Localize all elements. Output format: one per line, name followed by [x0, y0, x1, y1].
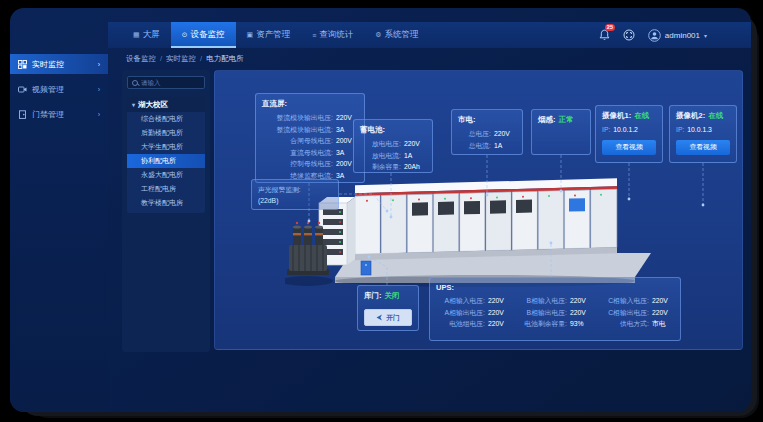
system-icon: ⚙	[375, 31, 381, 39]
metric-value: 20Ah	[404, 161, 426, 173]
metric-value: 220V	[652, 295, 674, 307]
notification-badge: 25	[605, 24, 615, 31]
metric-value: 220V	[570, 307, 592, 319]
username: admin001	[665, 31, 700, 40]
metric-label: B相输入电压:	[527, 295, 567, 307]
metric-label: C相输出电压:	[608, 307, 649, 319]
query-icon: ≡	[312, 32, 316, 39]
tree-item[interactable]: 大学生配电所	[127, 140, 205, 154]
ip-value: 10.0.1.3	[687, 124, 712, 136]
battery-card: 蓄电池: 放电电压:220V 放电电流:1A 剩余容量:20Ah	[353, 119, 433, 173]
card-title: 烟感:	[538, 115, 556, 125]
card-title: 库门:	[364, 291, 382, 301]
chevron-down-icon: ▾	[704, 32, 707, 39]
metric-value: 1A	[404, 150, 426, 162]
tree-item[interactable]: 永盛大配电所	[127, 168, 205, 182]
asset-icon: ▣	[247, 31, 254, 39]
metric-label: C相输入电压:	[608, 295, 649, 307]
tree-root-label: 湖大校区	[138, 100, 168, 110]
chevron-right-icon: ›	[98, 111, 100, 118]
tab-query-statistics[interactable]: ≡ 查询统计	[301, 22, 364, 48]
metric-value: 220V	[488, 318, 510, 330]
metric-label: 合闸母线电压:	[290, 135, 333, 147]
ups-metrics-grid: A相输入电压:220V B相输入电压:220V C相输入电压:220V A相输出…	[436, 295, 674, 330]
top-navbar: ▦ 大屏 ⊙ 设备监控 ▣ 资产管理 ≡ 查询统计 ⚙ 系统管理	[108, 22, 751, 48]
sidebar-item-label: 实时监控	[32, 59, 64, 70]
metric-value: 220V	[570, 295, 592, 307]
door-icon	[18, 110, 27, 119]
ip-label: IP:	[676, 124, 684, 136]
view-video-button[interactable]: 查看视频	[676, 140, 730, 155]
notifications-button[interactable]: 25	[599, 29, 610, 41]
chevron-right-icon: ›	[98, 86, 100, 93]
tree-root-campus[interactable]: ▾ 湖大校区	[127, 97, 205, 112]
nav-tabs: ▦ 大屏 ⊙ 设备监控 ▣ 资产管理 ≡ 查询统计 ⚙ 系统管理	[122, 22, 430, 48]
tab-device-monitor[interactable]: ⊙ 设备监控	[171, 22, 236, 48]
caret-down-icon: ▾	[132, 101, 135, 108]
tab-label: 大屏	[143, 29, 160, 41]
dashboard-icon: ▦	[133, 31, 140, 39]
breadcrumb-separator: /	[200, 54, 202, 64]
metric-label: 供电方式:	[620, 318, 649, 330]
tree-item[interactable]: 工程配电房	[127, 182, 205, 196]
camera2-card: 摄像机2: 在线 IP:10.0.1.3 查看视频	[669, 105, 737, 163]
open-door-icon	[376, 314, 383, 321]
left-sidebar: 实时监控 › 视频管理 › 门禁管理 ›	[10, 48, 108, 412]
avatar	[648, 29, 661, 42]
tree-item-selected[interactable]: 协利配电所	[127, 154, 205, 168]
ups-card: UPS: A相输入电压:220V B相输入电压:220V C相输入电压:220V…	[429, 277, 681, 341]
metric-label: 放电电压:	[372, 138, 401, 150]
user-menu[interactable]: admin001 ▾	[648, 29, 707, 42]
status-badge: 正常	[559, 115, 574, 125]
metric-label: 整流模块输出电压:	[277, 112, 333, 124]
search-icon	[132, 80, 138, 86]
realtime-monitor-icon	[18, 60, 27, 69]
card-title: 市电:	[458, 115, 516, 125]
metric-label: 电池剩余容量:	[524, 318, 567, 330]
fullscreen-icon[interactable]	[623, 29, 635, 41]
monitor-icon: ⊙	[182, 31, 188, 39]
screenshot-stage: ▦ 大屏 ⊙ 设备监控 ▣ 资产管理 ≡ 查询统计 ⚙ 系统管理	[0, 0, 763, 422]
metric-value: 220V	[488, 295, 510, 307]
metric-label: 整流模块输出电流:	[277, 124, 333, 136]
tab-label: 资产管理	[256, 29, 290, 41]
tree-item[interactable]: 后勤楼配电所	[127, 126, 205, 140]
card-title: 摄像机1:	[602, 111, 631, 121]
open-door-label: 开门	[386, 313, 400, 323]
tab-label: 设备监控	[191, 29, 225, 41]
tab-label: 查询统计	[319, 29, 353, 41]
tab-system-management[interactable]: ⚙ 系统管理	[364, 22, 429, 48]
chevron-right-icon: ›	[98, 61, 100, 68]
door-status-card: 库门: 关闭 开门	[357, 285, 419, 331]
tree-item[interactable]: 教学楼配电房	[127, 196, 205, 210]
sidebar-item-video-management[interactable]: 视频管理 ›	[10, 79, 108, 99]
tab-dashboard[interactable]: ▦ 大屏	[122, 22, 171, 48]
open-door-button[interactable]: 开门	[364, 309, 412, 326]
view-video-button[interactable]: 查看视频	[602, 140, 656, 155]
status-badge: 在线	[634, 111, 649, 121]
app-window: ▦ 大屏 ⊙ 设备监控 ▣ 资产管理 ≡ 查询统计 ⚙ 系统管理	[10, 8, 751, 412]
search-input[interactable]	[141, 79, 200, 86]
tree-search	[127, 76, 205, 89]
metric-label: 总电压:	[469, 128, 491, 140]
sidebar-item-door-access[interactable]: 门禁管理 ›	[10, 104, 108, 124]
dc-panel-card: 直流屏: 整流模块输出电压:220V 整流模块输出电流:3A 合闸母线电压:20…	[255, 93, 365, 183]
metric-label: 剩余容量:	[372, 161, 401, 173]
ip-value: 10.0.1.2	[613, 124, 638, 136]
status-badge: 在线	[708, 111, 723, 121]
metric-value: 93%	[570, 318, 592, 330]
metric-label: 直流母线电流:	[290, 147, 333, 159]
room-monitor-panel: 直流屏: 整流模块输出电压:220V 整流模块输出电流:3A 合闸母线电压:20…	[214, 70, 743, 350]
camera1-card: 摄像机1: 在线 IP:10.0.1.2 查看视频	[595, 105, 663, 163]
sound-light-alarm-card: 声光报警监测: (22dB)	[251, 179, 339, 210]
navbar-right-group: 25 admin001 ▾	[599, 22, 707, 48]
breadcrumb-item[interactable]: 设备监控	[126, 54, 156, 64]
tab-asset-management[interactable]: ▣ 资产管理	[236, 22, 302, 48]
metric-label: 总电流:	[469, 140, 491, 152]
tree-item[interactable]: 综合楼配电所	[127, 112, 205, 126]
status-badge: 关闭	[385, 291, 400, 301]
metric-value: 220V	[404, 138, 426, 150]
metric-value: 220V	[488, 307, 510, 319]
sidebar-item-realtime-monitor[interactable]: 实时监控 ›	[10, 54, 108, 74]
breadcrumb-item[interactable]: 实时监控	[166, 54, 196, 64]
